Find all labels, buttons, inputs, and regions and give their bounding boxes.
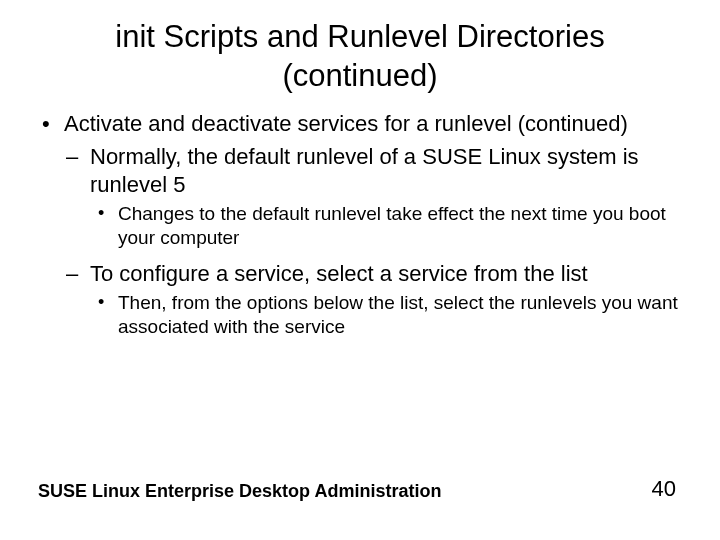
slide: init Scripts and Runlevel Directories (c… (0, 0, 720, 540)
footer-text: SUSE Linux Enterprise Desktop Administra… (38, 481, 441, 502)
title-line-2: (continued) (282, 58, 437, 93)
bullet-level-3: Changes to the default runlevel take eff… (96, 202, 682, 250)
slide-title: init Scripts and Runlevel Directories (c… (0, 0, 720, 96)
title-line-1: init Scripts and Runlevel Directories (115, 19, 604, 54)
slide-body: Activate and deactivate services for a r… (0, 96, 720, 339)
bullet-level-1: Activate and deactivate services for a r… (38, 110, 682, 138)
bullet-level-2: To configure a service, select a service… (64, 260, 682, 288)
bullet-text: Normally, the default runlevel of a SUSE… (90, 144, 639, 197)
bullet-text: Changes to the default runlevel take eff… (118, 203, 666, 248)
bullet-text: Activate and deactivate services for a r… (64, 111, 628, 136)
bullet-text: Then, from the options below the list, s… (118, 292, 678, 337)
page-number: 40 (652, 476, 676, 502)
bullet-level-3: Then, from the options below the list, s… (96, 291, 682, 339)
bullet-level-2: Normally, the default runlevel of a SUSE… (64, 143, 682, 198)
bullet-text: To configure a service, select a service… (90, 261, 588, 286)
